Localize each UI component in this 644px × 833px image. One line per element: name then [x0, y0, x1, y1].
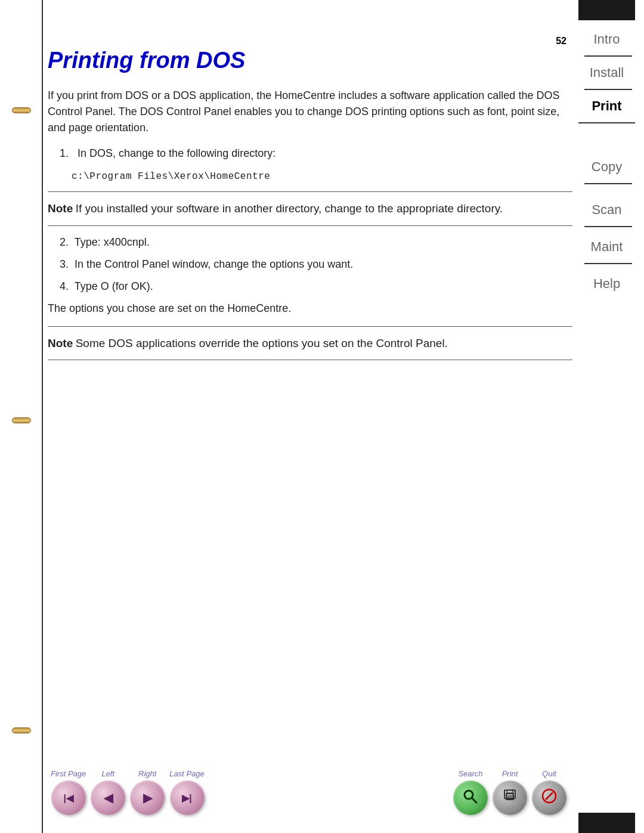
page-title: Printing from DOS — [48, 48, 572, 73]
last-page-icon: ▶| — [182, 792, 191, 804]
bottom-nav: First Page |◀ Left ◀ Right ▶ Last Page ▶… — [51, 769, 566, 815]
print-svg-icon — [501, 788, 518, 804]
last-page-button[interactable]: ▶| — [170, 781, 205, 815]
right-label: Right — [138, 769, 156, 778]
left-icon: ◀ — [104, 791, 113, 805]
options-text: The options you chose are set on the Hom… — [48, 301, 572, 317]
right-sidebar: Intro Install Print Copy Scan Maint Help — [578, 0, 644, 833]
svg-rect-6 — [507, 790, 513, 793]
note-2-bold: Note — [48, 337, 73, 349]
first-page-icon: |◀ — [63, 792, 73, 804]
first-page-label: First Page — [51, 769, 86, 778]
step-2: 2. Type: x400cnpl. — [60, 234, 572, 250]
search-svg-icon — [462, 788, 479, 805]
right-icon: ▶ — [143, 791, 152, 805]
sidebar-nav: Intro Install Print Copy Scan Maint Help — [578, 20, 644, 300]
sidebar-top-block — [578, 0, 635, 20]
svg-line-1 — [472, 798, 476, 803]
main-content: Printing from DOS If you print from DOS … — [48, 36, 572, 797]
sidebar-item-maint[interactable]: Maint — [578, 227, 635, 263]
quit-button[interactable] — [532, 781, 566, 815]
print-icon — [501, 788, 518, 808]
nav-print: Print — [493, 769, 527, 815]
binder-ring-top — [12, 107, 31, 113]
nav-quit: Quit — [532, 769, 566, 815]
divider-2 — [48, 225, 572, 226]
print-button[interactable] — [493, 781, 527, 815]
search-icon — [462, 788, 479, 808]
sidebar-item-intro[interactable]: Intro — [578, 23, 635, 55]
binder-ring-bottom — [12, 727, 31, 733]
sidebar-item-help[interactable]: Help — [578, 264, 635, 300]
intro-paragraph: If you print from DOS or a DOS applicati… — [48, 88, 572, 136]
nav-first-page: First Page |◀ — [51, 769, 86, 815]
print-label: Print — [502, 769, 518, 778]
svg-line-8 — [546, 792, 553, 800]
divider-3 — [48, 326, 572, 327]
quit-icon — [541, 788, 558, 808]
note-2-text: Some DOS applications override the optio… — [76, 337, 448, 349]
binder-strip — [0, 0, 43, 833]
note-block-1: Note If you installed your software in a… — [48, 200, 572, 217]
nav-last-page: Last Page ▶| — [169, 769, 205, 815]
last-page-label: Last Page — [169, 769, 205, 778]
note-block-2: Note Some DOS applications override the … — [48, 335, 572, 352]
search-label: Search — [458, 769, 482, 778]
note-1-text: If you installed your software in anothe… — [76, 202, 503, 215]
sidebar-item-print[interactable]: Print — [578, 90, 635, 122]
divider-4 — [48, 360, 572, 360]
binder-ring-middle — [12, 417, 31, 423]
nav-search: Search — [453, 769, 488, 815]
right-button[interactable]: ▶ — [130, 781, 165, 815]
quit-label: Quit — [542, 769, 556, 778]
nav-left: Left ◀ — [91, 769, 125, 815]
sidebar-bottom-block — [578, 813, 635, 833]
left-button[interactable]: ◀ — [91, 781, 125, 815]
quit-svg-icon — [541, 788, 558, 804]
code-block: c:\Program Files\Xerox\HomeCentre — [72, 171, 572, 182]
divider-1 — [48, 191, 572, 192]
step-3: 3. In the Control Panel window, change t… — [60, 256, 572, 272]
step-1-number: 1. — [60, 147, 75, 159]
left-label: Left — [101, 769, 114, 778]
nav-right: Right ▶ — [130, 769, 165, 815]
first-page-button[interactable]: |◀ — [51, 781, 86, 815]
step-1: 1. In DOS, change to the following direc… — [60, 145, 572, 162]
step-4: 4. Type O (for OK). — [60, 278, 572, 295]
note-1-bold: Note — [48, 202, 73, 215]
sidebar-item-install[interactable]: Install — [578, 57, 635, 89]
step-1-text: In DOS, change to the following director… — [78, 147, 275, 159]
sidebar-item-copy[interactable]: Copy — [578, 123, 635, 183]
search-button[interactable] — [453, 781, 488, 815]
sidebar-item-scan[interactable]: Scan — [578, 184, 635, 226]
